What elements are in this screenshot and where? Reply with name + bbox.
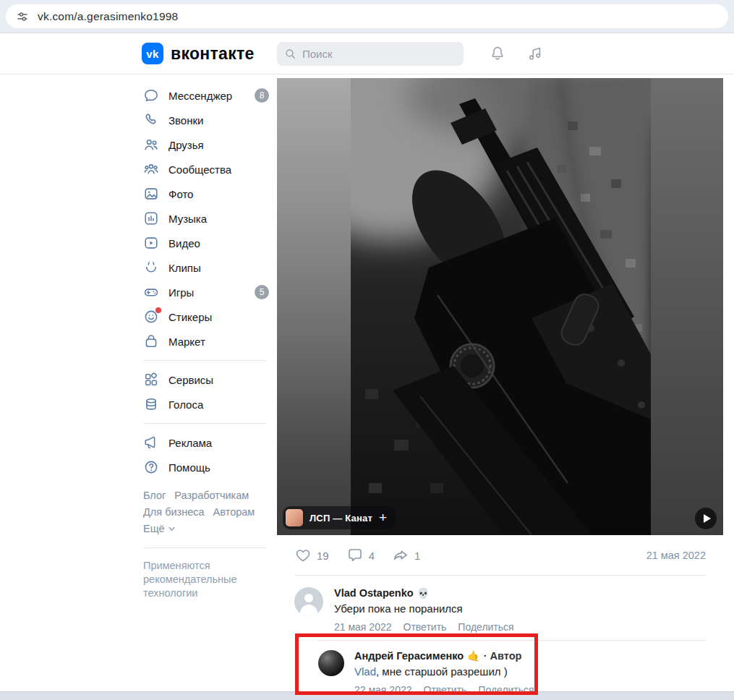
- post-image-container: ЛСП — Канат +: [277, 78, 723, 535]
- footer-link-blog[interactable]: Блог: [143, 490, 166, 501]
- sidebar-item-messenger[interactable]: Мессенджер 8: [143, 83, 272, 108]
- photos-icon: [143, 186, 159, 202]
- search-box[interactable]: [277, 42, 464, 66]
- messenger-badge: 8: [255, 88, 269, 103]
- services-icon: [143, 372, 159, 388]
- search-icon: [284, 48, 296, 60]
- comment-author[interactable]: Андрей Герасименко: [354, 650, 464, 662]
- video-icon: [143, 235, 159, 251]
- heart-icon: [294, 547, 312, 564]
- call-me-hand-emoji: 🤙: [467, 650, 479, 662]
- comment-author[interactable]: Vlad Ostapenko: [334, 587, 414, 599]
- search-input[interactable]: [302, 48, 447, 60]
- sidebar-item-votes[interactable]: Голоса: [143, 392, 272, 417]
- music-icon: [143, 210, 159, 226]
- comment-item: Андрей Герасименко 🤙 · Автор Vlad, мне с…: [318, 650, 706, 696]
- comment-icon: [346, 547, 364, 564]
- communities-icon: [143, 161, 159, 177]
- sidebar-item-services[interactable]: Сервисы: [143, 367, 272, 392]
- like-count: 19: [317, 550, 329, 562]
- image-blur-left: [277, 78, 351, 535]
- mention-link[interactable]: Vlad: [354, 665, 376, 678]
- calls-icon: [143, 112, 159, 128]
- sidebar-item-friends[interactable]: Друзья: [143, 132, 272, 157]
- share-count: 1: [414, 550, 420, 562]
- sidebar-footer-links: Блог Разработчикам Для бизнеса Авторам Е…: [143, 490, 270, 534]
- share-arrow-icon: [392, 547, 409, 564]
- help-icon: [143, 459, 159, 475]
- vk-logo-text: вконтакте: [171, 44, 255, 64]
- vk-logo[interactable]: vk вконтакте: [142, 43, 255, 64]
- post-date[interactable]: 21 мая 2022: [646, 550, 706, 561]
- clips-icon: [143, 260, 159, 276]
- comment-count: 4: [369, 550, 375, 562]
- post-card: ЛСП — Канат + 19 4 1 21 мая 2022: [277, 78, 723, 700]
- sidebar-item-help[interactable]: Помощь: [143, 455, 272, 479]
- like-button[interactable]: 19: [294, 547, 329, 564]
- sidebar-divider: [143, 423, 266, 424]
- url-text[interactable]: vk.com/a.gerasimenko1998: [38, 10, 178, 23]
- friends-icon: [143, 137, 159, 153]
- comment-text: , мне старшой разрешил ): [376, 665, 508, 678]
- avatar-person-icon: [300, 605, 317, 616]
- sidebar-item-video[interactable]: Видео: [143, 231, 272, 255]
- music-attachment-pill[interactable]: ЛСП — Канат +: [283, 506, 396, 529]
- market-icon: [143, 333, 159, 349]
- skull-emoji: 💀: [417, 587, 430, 599]
- album-art: [286, 509, 303, 526]
- games-icon: [143, 284, 159, 300]
- vk-header: vk вконтакте: [0, 33, 734, 74]
- footer-link-business[interactable]: Для бизнеса: [143, 506, 205, 518]
- chevron-down-icon: [168, 525, 176, 533]
- sidebar-item-market[interactable]: Маркет: [143, 329, 272, 354]
- play-icon: [704, 514, 711, 523]
- browser-bar: vk.com/a.gerasimenko1998: [0, 0, 734, 33]
- footer-link-authors[interactable]: Авторам: [213, 506, 255, 518]
- avatar[interactable]: [318, 650, 344, 676]
- sidebar-divider: [143, 547, 266, 548]
- address-bar[interactable]: vk.com/a.gerasimenko1998: [6, 4, 728, 28]
- stickers-notification-dot: [155, 307, 161, 313]
- comment-item: Vlad Ostapenko 💀 Убери пока не поранился…: [277, 576, 723, 633]
- share-button[interactable]: 1: [392, 547, 420, 564]
- games-badge: 5: [255, 285, 269, 299]
- sidebar-item-clips[interactable]: Клипы: [143, 255, 272, 280]
- play-button[interactable]: [695, 508, 717, 529]
- coins-icon: [143, 396, 159, 412]
- reply-link[interactable]: Ответить: [404, 621, 447, 633]
- image-blur-right: [651, 78, 723, 535]
- post-actions-row: 19 4 1 21 мая 2022: [277, 535, 723, 575]
- site-info-icon[interactable]: [16, 10, 29, 23]
- megaphone-icon: [143, 435, 159, 451]
- author-badge: · Автор: [484, 650, 522, 662]
- avatar[interactable]: [294, 587, 323, 616]
- comment-text: Убери пока не поранился: [334, 602, 706, 615]
- footer-link-developers[interactable]: Разработчикам: [174, 490, 249, 501]
- recommendation-note[interactable]: Применяются рекомендательные технологии: [143, 559, 252, 600]
- add-music-icon[interactable]: +: [379, 511, 387, 524]
- sidebar-item-calls[interactable]: Звонки: [143, 108, 272, 132]
- music-title[interactable]: ЛСП — Канат: [310, 513, 372, 524]
- comment-date: 21 мая 2022: [334, 621, 392, 633]
- vk-logo-badge[interactable]: vk: [142, 43, 163, 64]
- post-photo[interactable]: [351, 78, 651, 535]
- notifications-bell-icon[interactable]: [489, 45, 506, 62]
- sidebar-item-photos[interactable]: Фото: [143, 182, 272, 206]
- sidebar-item-music[interactable]: Музыка: [143, 206, 272, 231]
- footer-link-more[interactable]: Ещё: [143, 523, 176, 534]
- sidebar-item-communities[interactable]: Сообщества: [143, 157, 272, 182]
- sidebar-divider: [143, 360, 266, 361]
- comment-button[interactable]: 4: [346, 547, 375, 564]
- avatar-person-icon: [304, 594, 313, 602]
- stickers-icon: [143, 309, 159, 325]
- sidebar-item-games[interactable]: Игры 5: [143, 280, 272, 304]
- messenger-icon: [143, 88, 159, 103]
- sidebar: Мессенджер 8 Звонки Друзья: [143, 83, 272, 600]
- sidebar-item-ads[interactable]: Реклама: [143, 430, 272, 455]
- music-note-icon[interactable]: [526, 45, 544, 62]
- sidebar-item-stickers[interactable]: Стикеры: [143, 304, 272, 329]
- bottom-strip: [0, 691, 734, 700]
- share-link[interactable]: Поделиться: [458, 621, 513, 633]
